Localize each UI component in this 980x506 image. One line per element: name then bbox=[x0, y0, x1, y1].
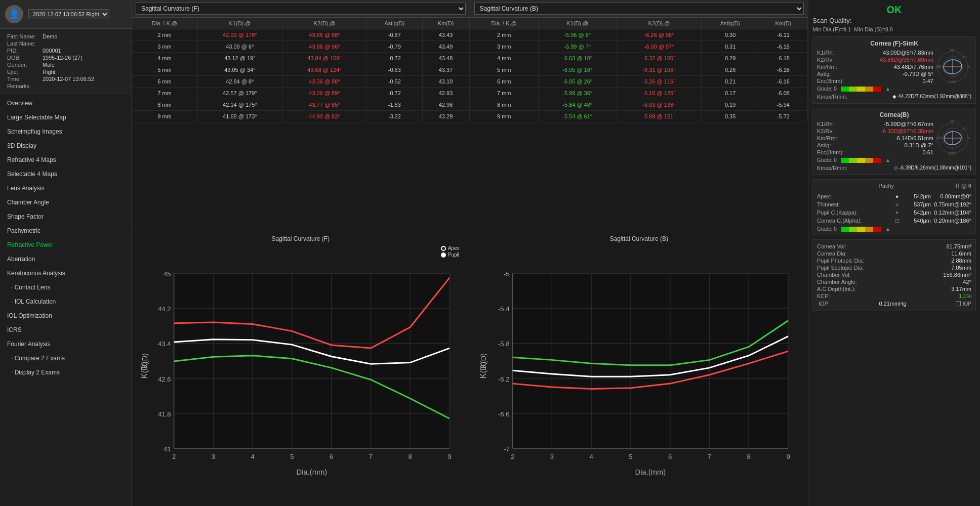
front-table-row: 9 mm41.68 @ 173°44.90 @ 83°-3.2243.29 bbox=[132, 111, 469, 122]
sidebar-item-3d-display[interactable]: 3D Display bbox=[0, 139, 131, 153]
sidebar-item-shape-factor[interactable]: Shape Factor bbox=[0, 209, 131, 224]
sidebar-item-fourier-analysis[interactable]: Fourier Analysis bbox=[0, 337, 131, 351]
ok-status: OK bbox=[812, 4, 976, 16]
svg-text:3: 3 bbox=[550, 453, 553, 460]
quality-min: Min Dia.(F)=9.1 Min Dia.(B)=8.8 bbox=[812, 26, 976, 32]
sidebar-item-compare-2-exams[interactable]: · Compare 2 Exams bbox=[0, 351, 131, 365]
chamber-angle-value: 42° bbox=[963, 279, 971, 285]
last-name-label: Last Name: bbox=[6, 40, 42, 47]
cb-k2-label: K2/Rv: bbox=[817, 128, 834, 134]
cornea-b-section: Cornea(B) K1/Rh: -5.99D@7°/6.67mm K2/Rv:… bbox=[812, 108, 976, 175]
cornea-f-section: Cornea (F)-SimK K1/Rh: 43.09D@5°/7.83mm … bbox=[812, 36, 976, 104]
sidebar-item-iol-optimization[interactable]: IOL Optimization bbox=[0, 309, 131, 323]
svg-text:-7: -7 bbox=[503, 445, 509, 453]
back-cell: -6.11 bbox=[759, 29, 807, 41]
pachy-pupil-row: Pupil C.(Kappa): + 542μm 0.12mm@104° bbox=[817, 208, 971, 217]
sidebar-item-lens-analysis[interactable]: Lens Analysis bbox=[0, 181, 131, 195]
ac-depth-value: 3.17mm bbox=[951, 286, 971, 292]
sidebar-item-aberration[interactable]: Aberration bbox=[0, 252, 131, 266]
back-table-dropdown[interactable]: Sagittal Curvature (B) bbox=[474, 3, 804, 15]
svg-text:5: 5 bbox=[290, 453, 294, 460]
km-label: Km/Rm: bbox=[817, 64, 837, 70]
sidebar-item-scheimpflug-images[interactable]: Scheimpflug Images bbox=[0, 124, 131, 139]
svg-text:0°: 0° bbox=[968, 65, 970, 68]
main-content: Sagittal Curvature (F) Dia. \ K,@K1(D),@… bbox=[132, 0, 808, 506]
grade-bar-b: Grade: 0 ▲ bbox=[817, 157, 971, 163]
pupil-scotopic-value: 7.05mm bbox=[951, 265, 971, 271]
back-cell: -6.05 @ 16° bbox=[538, 64, 617, 76]
front-table-row: 2 mm42.99 @ 178°43.86 @ 88°-0.8743.43 bbox=[132, 29, 469, 41]
front-cell: 43.29 @ 89° bbox=[282, 88, 366, 99]
front-cell: 43.43 bbox=[422, 29, 469, 41]
svg-text:.022: .022 bbox=[961, 56, 967, 59]
front-col-k2d: K2(D),@ bbox=[282, 18, 366, 29]
k2-label: K2/Rv: bbox=[817, 57, 834, 63]
front-table-dropdown[interactable]: Sagittal Curvature (F) bbox=[136, 3, 466, 15]
pupil-photopic-value: 2.88mm bbox=[951, 258, 971, 264]
back-cell: -6.05 @ 26° bbox=[538, 76, 617, 88]
sidebar-item-overview[interactable]: Overview bbox=[0, 96, 131, 110]
svg-text:2: 2 bbox=[510, 453, 514, 460]
front-cell: -1.63 bbox=[367, 99, 422, 111]
svg-text:41: 41 bbox=[164, 445, 171, 453]
front-cell: 43.09 @ 6° bbox=[197, 41, 282, 53]
svg-text:9: 9 bbox=[786, 453, 790, 460]
cb-km-label: Km/Rm: bbox=[817, 135, 837, 141]
front-cell: 5 mm bbox=[132, 64, 197, 76]
k1-label: K1/Rh: bbox=[817, 50, 834, 56]
sidebar: 👤 2020-12-07 13:06:52 Right First Name: … bbox=[0, 0, 132, 506]
sidebar-item-contact-lens[interactable]: · Contact Lens bbox=[0, 280, 131, 294]
remarks-label: Remarks: bbox=[6, 82, 42, 90]
front-cell: -0.87 bbox=[367, 29, 422, 41]
sidebar-item-keratoconus-analysis[interactable]: Keratoconus Analysis bbox=[0, 266, 131, 280]
svg-text:-6.6: -6.6 bbox=[498, 410, 509, 418]
cb-astig-value: 0.31D @ 7° bbox=[905, 142, 933, 148]
back-cell: -5.89 @ 151° bbox=[617, 111, 702, 122]
back-cell: -6.16 @ 126° bbox=[617, 88, 702, 99]
time-label: Time: bbox=[6, 75, 42, 82]
svg-text:270°: 270° bbox=[949, 80, 956, 84]
front-cell: 6 mm bbox=[132, 76, 197, 88]
sidebar-item-selectable-4-maps[interactable]: Selectable 4 Maps bbox=[0, 167, 131, 181]
svg-text:-5.4: -5.4 bbox=[498, 305, 509, 313]
svg-text:90°: 90° bbox=[950, 49, 955, 52]
svg-text:Dia.(mm): Dia.(mm) bbox=[635, 468, 665, 476]
kcp-label: KCP: bbox=[817, 293, 830, 299]
session-dropdown[interactable]: 2020-12-07 13:06:52 Right bbox=[28, 9, 109, 19]
front-table-panel: Sagittal Curvature (F) Dia. \ K,@K1(D),@… bbox=[132, 0, 470, 230]
svg-text:4: 4 bbox=[251, 453, 254, 460]
svg-text:41.8: 41.8 bbox=[158, 410, 171, 418]
sidebar-item-pachymetric[interactable]: Pachymetric bbox=[0, 224, 131, 238]
sidebar-item-large-selectable-map[interactable]: Large Selectable Map bbox=[0, 110, 131, 124]
sidebar-item-chamber-angle[interactable]: Chamber Angle bbox=[0, 195, 131, 209]
back-cell: -6.26 @ 116° bbox=[617, 76, 702, 88]
cb-k1-label: K1/Rh: bbox=[817, 121, 834, 127]
svg-text:180°: 180° bbox=[935, 65, 943, 68]
front-cell: 42.93 bbox=[422, 88, 469, 99]
front-table-row: 8 mm42.14 @ 175°43.77 @ 85°-1.6342.96 bbox=[132, 99, 469, 111]
back-cell: -6.16 bbox=[759, 76, 807, 88]
pachy-apex-row: Apex: ● 542μm 0.00mm@0° bbox=[817, 192, 971, 200]
pachy-thinnest-row: Thinnest: ○ 537μm 0.75mm@192° bbox=[817, 200, 971, 208]
k2-value: 43.88D@95°/7.69mm bbox=[880, 57, 933, 63]
front-table-row: 5 mm43.05 @ 34°43.68 @ 124°-0.6343.37 bbox=[132, 64, 469, 76]
back-cell: 2 mm bbox=[470, 29, 539, 41]
front-chart-svg: K(D) 4141.842.643.444.24523456789Dia.(mm… bbox=[137, 245, 465, 495]
back-chart-title: Sagittal Curvature (B) bbox=[475, 235, 803, 242]
sidebar-item-iol-calculation[interactable]: · IOL Calculation bbox=[0, 294, 131, 309]
cornea-b-title: Cornea(B) bbox=[817, 111, 971, 118]
svg-text:Dia.(mm): Dia.(mm) bbox=[297, 468, 327, 476]
svg-text:90°: 90° bbox=[950, 120, 955, 123]
back-cell: -6.31 @ 106° bbox=[617, 64, 702, 76]
sidebar-item-refractive-power[interactable]: Refractive Power bbox=[0, 238, 131, 252]
sidebar-item-icrs[interactable]: ICRS bbox=[0, 323, 131, 337]
sidebar-item-refractive-4-maps[interactable]: Refractive 4 Maps bbox=[0, 153, 131, 167]
iop-square-icon bbox=[956, 301, 961, 306]
sidebar-item-display-2-exams[interactable]: · Display 2 Exams bbox=[0, 365, 131, 380]
back-cell: -6.08 bbox=[759, 88, 807, 99]
back-cell: 0.35 bbox=[702, 111, 759, 122]
back-cell: 3 mm bbox=[470, 41, 539, 53]
front-cell: 2 mm bbox=[132, 29, 197, 41]
front-cell: 44.90 @ 83° bbox=[282, 111, 366, 122]
svg-text:-6.2: -6.2 bbox=[498, 375, 509, 383]
